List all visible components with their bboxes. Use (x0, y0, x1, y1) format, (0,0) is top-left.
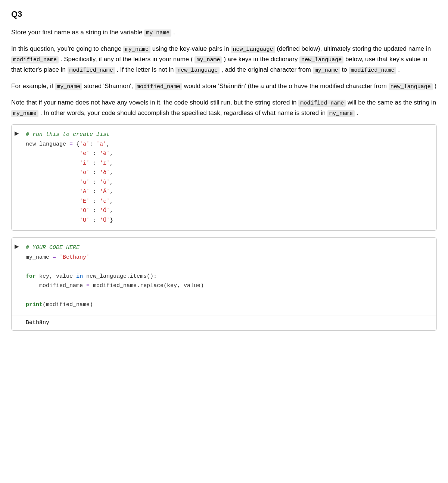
inline-code-modname4: modified_name (135, 83, 182, 90)
paragraph-2: In this question, you're going to change… (11, 44, 437, 75)
inline-code-modname3: modified_name (349, 67, 396, 74)
inline-code-myname5: my_name (55, 83, 82, 90)
inline-code-myname: my_name (144, 29, 171, 37)
inline-code-myname6: my_name (11, 110, 38, 117)
code-cell-2: ▶ # YOUR CODE HERE my_name = 'Bethany' f… (11, 237, 437, 331)
code-block-1: # run this to create list new_language =… (12, 125, 436, 230)
paragraph-1: Store your first name as a string in the… (11, 27, 437, 38)
inline-code-newlang4: new_language (389, 83, 433, 90)
inline-code-myname7: my_name (327, 110, 355, 117)
run-indicator-2[interactable]: ▶ (15, 242, 19, 250)
inline-code-myname2: my_name (123, 46, 150, 53)
paragraph-3: For example, if my_name stored 'Shannon'… (11, 81, 437, 91)
paragraph-4: Note that if your name does not have any… (11, 97, 437, 118)
inline-code-newlang3: new_language (175, 67, 220, 74)
code-cell-1: ▶ # run this to create list new_language… (11, 124, 437, 231)
code-block-2: # YOUR CODE HERE my_name = 'Bethany' for… (12, 238, 436, 315)
inline-code-modname1: modified_name (11, 56, 59, 63)
inline-code-newlang2: new_language (299, 56, 343, 63)
inline-code-modname5: modified_name (298, 100, 346, 107)
question-title: Q3 (11, 7, 437, 21)
inline-code-newlang1: new_language (231, 46, 275, 53)
inline-code-modname2: modified_name (68, 67, 115, 74)
inline-code-myname4: my_name (313, 67, 340, 74)
inline-code-myname3: my_name (195, 56, 222, 63)
output-area: Bəthäny (12, 315, 436, 330)
run-indicator-1[interactable]: ▶ (15, 129, 19, 137)
